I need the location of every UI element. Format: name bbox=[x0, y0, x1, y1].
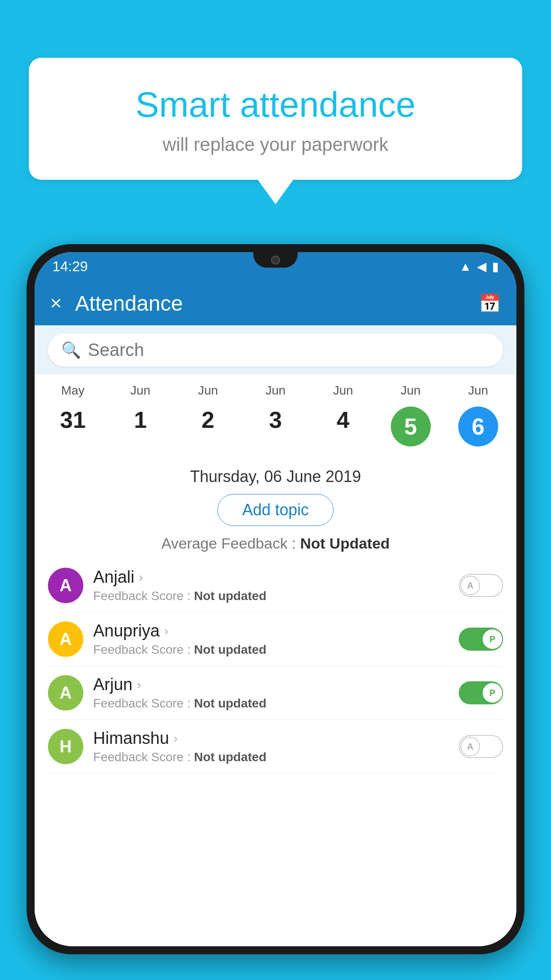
student-avatar-himanshu: H bbox=[48, 729, 83, 764]
month-4[interactable]: Jun bbox=[309, 383, 377, 398]
speech-bubble-container: Smart attendance will replace your paper… bbox=[29, 58, 522, 204]
phone-notch bbox=[253, 252, 298, 268]
calendar-icon[interactable]: 📅 bbox=[479, 293, 501, 314]
student-name-anjali: Anjali › bbox=[93, 568, 459, 587]
month-5[interactable]: Jun bbox=[377, 383, 444, 398]
day-2[interactable]: 2 bbox=[174, 401, 242, 452]
month-0[interactable]: May bbox=[39, 383, 106, 398]
phone-frame: 14:29 ▲ ◀ ▮ × Attendance 📅 🔍 May Jun bbox=[27, 244, 524, 954]
status-icons: ▲ ◀ ▮ bbox=[459, 259, 499, 274]
add-topic-container: Add topic bbox=[35, 494, 516, 526]
status-time: 14:29 bbox=[52, 258, 88, 275]
student-item-anjali[interactable]: A Anjali › Feedback Score : Not updated bbox=[48, 559, 503, 612]
day-6[interactable]: 6 bbox=[445, 401, 512, 452]
month-3[interactable]: Jun bbox=[242, 383, 309, 398]
student-name-himanshu: Himanshu › bbox=[93, 729, 459, 748]
student-name-anupriya: Anupriya › bbox=[93, 621, 459, 640]
student-info-arjun: Arjun › Feedback Score : Not updated bbox=[93, 675, 459, 711]
toggle-himanshu[interactable]: A bbox=[459, 735, 503, 758]
search-icon: 🔍 bbox=[61, 341, 81, 360]
signal-icon: ◀ bbox=[477, 259, 487, 274]
student-info-himanshu: Himanshu › Feedback Score : Not updated bbox=[93, 729, 459, 764]
battery-icon: ▮ bbox=[492, 259, 499, 274]
day-circle-blue[interactable]: 6 bbox=[458, 407, 498, 447]
toggle-anupriya[interactable]: P bbox=[459, 628, 503, 651]
chevron-icon: › bbox=[139, 570, 143, 585]
day-0[interactable]: 31 bbox=[39, 401, 106, 452]
toggle-arjun[interactable]: P bbox=[459, 681, 503, 704]
student-avatar-anupriya: A bbox=[48, 621, 83, 657]
calendar-strip: May Jun Jun Jun Jun Jun Jun 31 1 2 3 4 5… bbox=[35, 375, 516, 456]
speech-bubble-subtitle: will replace your paperwork bbox=[55, 134, 496, 155]
selected-date: Thursday, 06 June 2019 bbox=[35, 456, 516, 494]
student-avatar-anjali: A bbox=[48, 568, 83, 603]
chevron-icon: › bbox=[137, 678, 141, 692]
add-topic-button[interactable]: Add topic bbox=[217, 494, 334, 526]
student-feedback-anjali: Feedback Score : Not updated bbox=[93, 589, 459, 603]
student-feedback-arjun: Feedback Score : Not updated bbox=[93, 696, 459, 711]
student-item-himanshu[interactable]: H Himanshu › Feedback Score : Not update… bbox=[48, 720, 503, 774]
calendar-months: May Jun Jun Jun Jun Jun Jun bbox=[39, 383, 512, 398]
day-3[interactable]: 3 bbox=[242, 401, 309, 452]
speech-bubble-title: Smart attendance bbox=[55, 84, 496, 125]
avg-feedback-value: Not Updated bbox=[300, 535, 390, 552]
speech-bubble-arrow bbox=[258, 180, 293, 204]
close-button[interactable]: × bbox=[50, 292, 62, 315]
student-item-arjun[interactable]: A Arjun › Feedback Score : Not updated bbox=[48, 666, 503, 720]
speech-bubble: Smart attendance will replace your paper… bbox=[29, 58, 522, 180]
toggle-anjali[interactable]: A bbox=[459, 574, 503, 597]
search-input[interactable] bbox=[88, 340, 490, 360]
avg-feedback-label: Average Feedback : bbox=[161, 535, 296, 552]
avg-feedback: Average Feedback : Not Updated bbox=[35, 535, 516, 552]
student-info-anjali: Anjali › Feedback Score : Not updated bbox=[93, 568, 459, 603]
wifi-icon: ▲ bbox=[459, 260, 472, 274]
student-info-anupriya: Anupriya › Feedback Score : Not updated bbox=[93, 621, 459, 657]
day-4[interactable]: 4 bbox=[309, 401, 377, 452]
month-1[interactable]: Jun bbox=[106, 383, 174, 398]
chevron-icon: › bbox=[164, 624, 168, 638]
notch-camera bbox=[271, 256, 280, 265]
student-name-arjun: Arjun › bbox=[93, 675, 459, 694]
content-area: Thursday, 06 June 2019 Add topic Average… bbox=[35, 456, 516, 946]
student-item-anupriya[interactable]: A Anupriya › Feedback Score : Not update… bbox=[48, 612, 503, 666]
month-2[interactable]: Jun bbox=[174, 383, 242, 398]
student-avatar-arjun: A bbox=[48, 675, 83, 711]
app-bar-title: Attendance bbox=[75, 291, 479, 316]
student-feedback-anupriya: Feedback Score : Not updated bbox=[93, 643, 459, 657]
app-bar: × Attendance 📅 bbox=[35, 281, 516, 325]
search-container: 🔍 bbox=[35, 325, 516, 375]
month-6[interactable]: Jun bbox=[445, 383, 512, 398]
student-list: A Anjali › Feedback Score : Not updated bbox=[35, 559, 516, 774]
day-circle-green[interactable]: 5 bbox=[391, 407, 431, 447]
student-feedback-himanshu: Feedback Score : Not updated bbox=[93, 750, 459, 764]
day-1[interactable]: 1 bbox=[106, 401, 174, 452]
search-bar[interactable]: 🔍 bbox=[48, 333, 503, 367]
calendar-days: 31 1 2 3 4 5 6 bbox=[39, 401, 512, 452]
chevron-icon: › bbox=[173, 731, 177, 746]
phone-inner: 14:29 ▲ ◀ ▮ × Attendance 📅 🔍 May Jun bbox=[35, 252, 516, 946]
day-5[interactable]: 5 bbox=[377, 401, 444, 452]
